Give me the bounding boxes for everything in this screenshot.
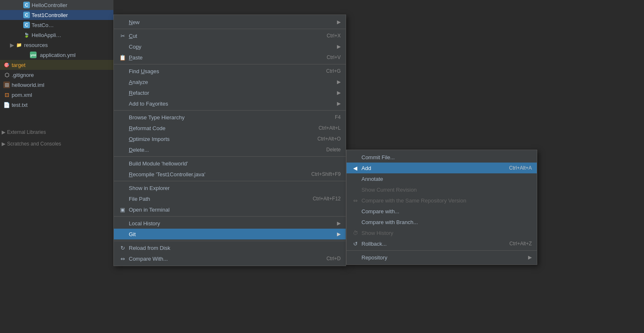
shortcut-label: Ctrl+Alt+Z [509, 241, 532, 247]
menu-item-analyze[interactable]: Analyze ▶ [114, 76, 346, 87]
copy-icon [119, 43, 126, 50]
tree-item-test-txt[interactable]: 📄 test.txt [0, 100, 113, 110]
section-scratches[interactable]: ▶ Scratches and Consoles [0, 138, 113, 150]
build-icon [119, 160, 126, 167]
revision-icon [351, 186, 359, 193]
git-menu-item-compare-same-repo: ⇔ Compare with the Same Repository Versi… [347, 195, 537, 206]
analyze-icon [119, 78, 126, 86]
rollback-icon: ↺ [351, 240, 359, 247]
reformat-icon [119, 124, 126, 132]
git-menu-item-add[interactable]: ◀ Add Ctrl+Alt+A [347, 163, 537, 173]
menu-item-optimize-imports[interactable]: Optimize Imports Ctrl+Alt+O [114, 133, 346, 144]
git-menu-item-commit-file[interactable]: Commit File... [347, 152, 537, 163]
git-menu-item-show-current-revision: Show Current Revision [347, 184, 537, 195]
tree-item-test1-controller[interactable]: C Test1Controller [0, 10, 113, 20]
menu-item-delete[interactable]: Delete... Delete [114, 144, 346, 155]
menu-item-show-in-explorer[interactable]: Show in Explorer [114, 183, 346, 193]
menu-item-label: Annotate [361, 176, 532, 182]
section-label: External Libraries [7, 129, 46, 135]
tree-item-label: helloworld.iml [12, 82, 44, 88]
menu-item-label: Analyze [129, 79, 334, 85]
menu-item-label: Build Module 'helloworld' [129, 160, 341, 167]
menu-item-label: Paste [129, 54, 318, 61]
section-external-libraries[interactable]: ▶ External Libraries [0, 126, 113, 138]
menu-item-label: Git [129, 231, 334, 237]
repository-icon [351, 254, 359, 261]
git-menu-item-rollback[interactable]: ↺ Rollback... Ctrl+Alt+Z [347, 238, 537, 249]
menu-item-git[interactable]: Git ▶ [114, 229, 346, 239]
tree-item-hello-appli[interactable]: 🍃 HelloAppli… [0, 30, 113, 40]
favorites-icon [119, 100, 126, 107]
annotate-icon [351, 175, 359, 183]
shortcut-label: Ctrl+Alt+A [509, 165, 532, 171]
tree-item-target[interactable]: 🎯 target [0, 60, 113, 70]
menu-item-label: File Path [129, 196, 305, 202]
tree-item-label: TestCo… [32, 22, 54, 28]
tree-item-label: pom.xml [12, 92, 32, 98]
menu-item-build-module[interactable]: Build Module 'helloworld' [114, 158, 346, 169]
menu-item-file-path[interactable]: File Path Ctrl+Alt+F12 [114, 193, 346, 204]
git-menu-item-repository[interactable]: Repository ▶ [347, 252, 537, 263]
menu-item-label: Open in Terminal [129, 207, 341, 213]
menu-item-label: Show in Explorer [129, 185, 341, 191]
tree-item-hello-controller[interactable]: C HelloController [0, 0, 113, 10]
menu-item-add-to-favorites[interactable]: Add to Favorites ▶ [114, 98, 346, 109]
menu-item-label: Commit File... [361, 154, 532, 160]
menu-item-label: Compare with the Same Repository Version [361, 197, 532, 204]
menu-separator [114, 110, 346, 111]
tree-item-application-yaml[interactable]: yml application.yml [0, 50, 113, 60]
menu-item-compare-with[interactable]: ⇔ Compare With... Ctrl+D [114, 253, 346, 264]
menu-item-browse-type-hierarchy[interactable]: Browse Type Hierarchy F4 [114, 112, 346, 123]
menu-item-label: Add [361, 165, 501, 171]
menu-item-find-usages[interactable]: Find Usages Ctrl+G [114, 66, 346, 76]
menu-item-reformat-code[interactable]: Reformat Code Ctrl+Alt+L [114, 123, 346, 133]
menu-item-label: Compare with Branch... [361, 219, 532, 225]
pom-icon: ⊡ [3, 91, 10, 98]
java-class-icon: C [23, 12, 30, 18]
tree-item-label: application.yml [40, 52, 76, 58]
submenu-arrow-icon: ▶ [337, 79, 341, 85]
menu-item-recompile[interactable]: Recompile 'Test1Controller.java' Ctrl+Sh… [114, 169, 346, 180]
tree-item-resources[interactable]: ▶ 📁 resources [0, 40, 113, 50]
menu-item-cut[interactable]: ✂ Cut Ctrl+X [114, 30, 346, 41]
project-sidebar: C HelloController C Test1Controller C Te… [0, 0, 113, 333]
recompile-icon [119, 170, 126, 178]
menu-item-reload-from-disk[interactable]: ↻ Reload from Disk [114, 242, 346, 253]
menu-separator [114, 29, 346, 29]
history-icon: ⏱ [351, 229, 359, 237]
git-menu-item-annotate[interactable]: Annotate [347, 173, 537, 184]
refactor-icon [119, 89, 126, 96]
tree-item-helloworld-iml[interactable]: ⊞ helloworld.iml [0, 80, 113, 90]
menu-item-open-in-terminal[interactable]: ▣ Open in Terminal [114, 204, 346, 215]
explorer-icon [119, 184, 126, 192]
menu-separator [114, 241, 346, 241]
menu-item-label: Local History [129, 220, 334, 227]
tree-item-gitignore[interactable]: ⬡ .gitignore [0, 70, 113, 80]
cut-icon: ✂ [119, 32, 126, 39]
menu-item-label: Optimize Imports [129, 136, 309, 142]
git-menu-item-show-history: ⏱ Show History [347, 227, 537, 238]
iml-icon: ⊞ [3, 81, 10, 88]
menu-item-new[interactable]: New ▶ [114, 17, 346, 27]
git-menu-item-compare-with-branch[interactable]: Compare with Branch... [347, 217, 537, 227]
commit-icon [351, 153, 359, 161]
submenu-arrow-icon: ▶ [337, 44, 341, 49]
menu-item-paste[interactable]: 📋 Paste Ctrl+V [114, 52, 346, 63]
compare-repo-icon: ⇔ [351, 197, 359, 204]
submenu-arrow-icon: ▶ [528, 254, 532, 260]
yaml-icon: yml [30, 52, 37, 58]
menu-item-refactor[interactable]: Refactor ▶ [114, 87, 346, 98]
menu-item-label: Browse Type Hierarchy [129, 114, 327, 121]
tree-item-test-controller[interactable]: C TestCo… [0, 20, 113, 30]
new-icon [119, 18, 126, 26]
menu-item-local-history[interactable]: Local History ▶ [114, 218, 346, 229]
compare-icon: ⇔ [119, 255, 126, 262]
tree-item-pom-xml[interactable]: ⊡ pom.xml [0, 90, 113, 100]
submenu-arrow-icon: ▶ [337, 90, 341, 96]
tree-item-label: HelloAppli… [32, 32, 61, 38]
menu-item-label: Compare with... [361, 208, 532, 215]
git-menu-item-compare-with[interactable]: Compare with... [347, 206, 537, 217]
menu-item-copy[interactable]: Copy ▶ [114, 41, 346, 52]
paste-icon: 📋 [119, 54, 126, 61]
menu-separator [114, 216, 346, 217]
